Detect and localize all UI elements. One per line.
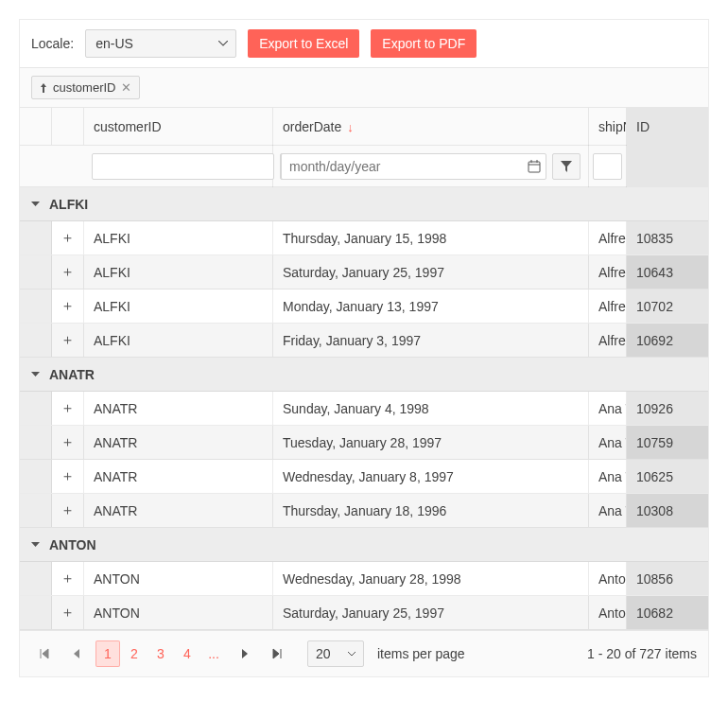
expand-row-button[interactable]: ＋	[52, 221, 83, 254]
group-chip-customerid[interactable]: customerID ✕	[31, 76, 140, 99]
expand-row-button[interactable]: ＋	[52, 596, 83, 629]
cell-orderdate: Saturday, January 25, 1997	[273, 596, 589, 629]
pager-ellipsis[interactable]: ...	[201, 640, 226, 667]
cell-customerid: ALFKI	[84, 289, 273, 323]
pager-prev-button[interactable]	[63, 640, 90, 667]
filter-input-orderdate[interactable]	[281, 153, 546, 180]
cell-orderdate: Monday, January 13, 1997	[273, 289, 589, 323]
group-indent-cell	[20, 562, 52, 595]
table-row: ＋ALFKIMonday, January 13, 1997Alfreds Fu…	[20, 289, 708, 324]
pager-page-3[interactable]: 3	[148, 640, 173, 667]
group-indent-cell	[20, 460, 52, 493]
expand-row-button[interactable]: ＋	[52, 255, 83, 289]
pager-info: 1 - 20 of 727 items	[587, 646, 697, 661]
cell-shipname: Ana Trujillo	[589, 426, 627, 459]
column-header-label: ID	[636, 119, 650, 134]
expand-row-button[interactable]: ＋	[52, 324, 83, 357]
grid-body: ALFKI＋ALFKIThursday, January 15, 1998Alf…	[20, 187, 708, 630]
cell-shipname: Alfreds Futterkiste	[589, 324, 627, 357]
detail-expand-cell: ＋	[52, 289, 84, 323]
cell-shipname: Ana Trujillo	[589, 494, 627, 527]
group-header-row[interactable]: ANTON	[20, 528, 708, 562]
cell-orderdate: Wednesday, January 8, 1997	[273, 460, 589, 493]
detail-expand-cell: ＋	[52, 221, 84, 254]
cell-shipname: Ana Trujillo	[589, 392, 627, 425]
cell-orderdate: Tuesday, January 28, 1997	[273, 426, 589, 459]
table-row: ＋ANTONWednesday, January 28, 1998Antonio…	[20, 562, 708, 596]
filter-cell-orderdate	[273, 146, 589, 187]
calendar-icon[interactable]	[528, 160, 541, 173]
cell-customerid: ALFKI	[84, 324, 273, 357]
column-header-shipname[interactable]: shipName	[589, 108, 627, 146]
group-indent-cell	[20, 255, 52, 289]
group-indent-cell	[20, 494, 52, 527]
toolbar: Locale: en-US Export to Excel Export to …	[20, 20, 708, 67]
group-header-row[interactable]: ALFKI	[20, 187, 708, 221]
group-chip-label: customerID	[53, 80, 115, 95]
caret-down-icon	[218, 41, 228, 46]
cell-customerid: ANATR	[84, 426, 273, 459]
group-label: ANTON	[49, 537, 96, 552]
group-indent-cell	[20, 221, 52, 254]
export-pdf-button[interactable]: Export to PDF	[371, 29, 477, 58]
cell-orderdate: Sunday, January 4, 1998	[273, 392, 589, 425]
expand-row-button[interactable]: ＋	[52, 494, 83, 527]
cell-id: 10692	[627, 324, 708, 357]
pager-page-1[interactable]: 1	[95, 640, 120, 667]
group-header-row[interactable]: ANATR	[20, 358, 708, 392]
filter-input-shipname[interactable]	[593, 153, 622, 180]
group-indent-cell	[20, 596, 52, 629]
column-header-customerid[interactable]: customerID	[84, 108, 273, 146]
cell-id: 10835	[627, 221, 708, 254]
expand-row-button[interactable]: ＋	[52, 460, 83, 493]
group-indent-cell	[20, 426, 52, 459]
close-icon[interactable]: ✕	[121, 80, 131, 95]
cell-id: 10682	[627, 596, 708, 629]
cell-customerid: ANTON	[84, 596, 273, 629]
cell-shipname: Alfreds Futterkiste	[589, 289, 627, 323]
cell-customerid: ANATR	[84, 460, 273, 493]
table-row: ＋ANATRWednesday, January 8, 1997Ana Truj…	[20, 460, 708, 494]
svg-rect-0	[529, 162, 540, 172]
cell-orderdate: Wednesday, January 28, 1998	[273, 562, 589, 595]
detail-expand-cell: ＋	[52, 494, 84, 527]
cell-shipname: Ana Trujillo	[589, 460, 627, 493]
expand-row-button[interactable]: ＋	[52, 289, 83, 323]
group-indent-cell	[20, 324, 52, 357]
table-row: ＋ALFKIFriday, January 3, 1997Alfreds Fut…	[20, 324, 708, 358]
detail-expand-cell: ＋	[52, 255, 84, 289]
cell-id: 10643	[627, 255, 708, 289]
cell-orderdate: Thursday, January 18, 1996	[273, 494, 589, 527]
expand-row-button[interactable]: ＋	[52, 426, 83, 459]
table-row: ＋ANATRTuesday, January 28, 1997Ana Truji…	[20, 426, 708, 460]
column-header-id[interactable]: ID	[627, 108, 708, 146]
table-row: ＋ALFKIThursday, January 15, 1998Alfreds …	[20, 221, 708, 255]
expand-row-button[interactable]: ＋	[52, 392, 83, 425]
cell-id: 10926	[627, 392, 708, 425]
pager-last-button[interactable]	[264, 640, 290, 667]
column-header-orderdate[interactable]: orderDate ↓	[273, 108, 589, 146]
table-row: ＋ALFKISaturday, January 25, 1997Alfreds …	[20, 255, 708, 289]
detail-expand-cell: ＋	[52, 596, 84, 629]
items-per-page-label: items per page	[377, 646, 465, 661]
pager-page-4[interactable]: 4	[175, 640, 199, 667]
cell-customerid: ANTON	[84, 562, 273, 595]
group-indent-cell	[20, 392, 52, 425]
pager-first-button[interactable]	[31, 640, 58, 667]
cell-orderdate: Friday, January 3, 1997	[273, 324, 589, 357]
filter-button-orderdate[interactable]	[552, 153, 581, 180]
table-row: ＋ANATRThursday, January 18, 1996Ana Truj…	[20, 494, 708, 528]
cell-customerid: ANATR	[84, 494, 273, 527]
cell-id: 10625	[627, 460, 708, 493]
page-size-select[interactable]: 20	[307, 640, 364, 667]
pager-page-2[interactable]: 2	[122, 640, 147, 667]
expand-row-button[interactable]: ＋	[52, 562, 83, 595]
cell-orderdate: Thursday, January 15, 1998	[273, 221, 589, 254]
locale-select[interactable]: en-US	[85, 29, 236, 58]
pager-next-button[interactable]	[232, 640, 258, 667]
export-excel-button[interactable]: Export to Excel	[248, 29, 359, 58]
header-detail-spacer	[52, 108, 84, 145]
locale-select-value: en-US	[95, 36, 133, 51]
filter-input-customerid[interactable]	[92, 153, 274, 180]
sort-desc-icon: ↓	[347, 120, 354, 134]
